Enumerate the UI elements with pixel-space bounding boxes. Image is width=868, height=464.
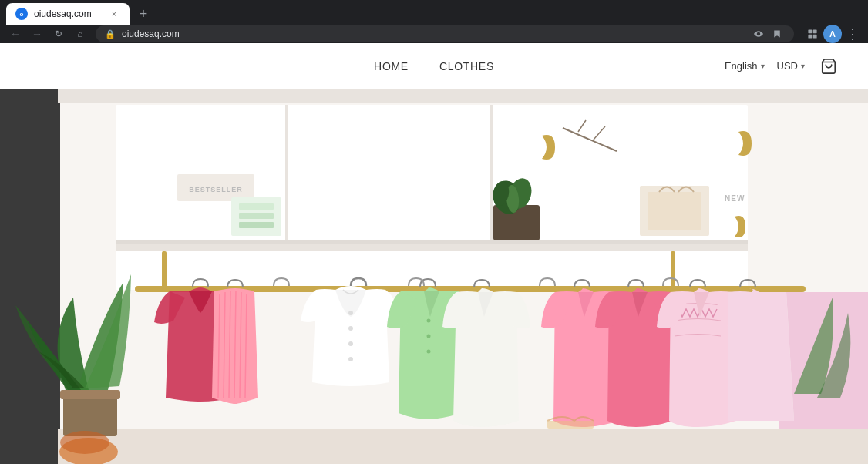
svg-rect-1 [813,29,817,33]
svg-point-53 [60,431,109,454]
new-tab-button[interactable]: + [133,3,154,25]
svg-rect-0 [808,29,812,33]
bookmark-icon[interactable] [769,26,785,42]
language-label: English [725,60,758,72]
svg-rect-17 [239,213,274,219]
svg-text:NEW: NEW [725,194,745,203]
currency-selector[interactable]: USD ▾ [777,60,805,72]
svg-rect-3 [813,35,817,39]
svg-rect-30 [116,244,748,251]
back-button[interactable]: ← [6,25,25,43]
svg-rect-7 [0,89,60,464]
reload-button[interactable]: ↻ [49,25,68,43]
svg-rect-33 [162,251,167,290]
currency-chevron-icon: ▾ [801,62,805,70]
extensions-button[interactable] [803,25,822,43]
eye-icon[interactable] [751,26,766,42]
language-chevron-icon: ▾ [761,62,765,70]
svg-point-47 [427,350,431,354]
svg-text:BESTSELLER: BESTSELLER [189,186,243,193]
svg-rect-2 [808,35,812,39]
tab-favicon: o [15,8,28,20]
nav-clothes-link[interactable]: CLOTHES [439,60,494,72]
svg-rect-16 [239,203,274,210]
store-illustration: BESTSELLER [0,89,868,464]
svg-rect-8 [58,89,868,103]
forward-button[interactable]: → [28,25,46,43]
active-tab[interactable]: o oiudesaq.com × [6,3,130,25]
currency-label: USD [777,60,798,72]
svg-point-37 [348,341,353,346]
nav-home-link[interactable]: HOME [374,60,409,72]
svg-rect-18 [239,222,274,228]
svg-rect-28 [648,192,701,230]
language-selector[interactable]: English ▾ [725,60,765,72]
navbar: HOME CLOTHES English ▾ USD ▾ [0,43,868,89]
store-scene: BESTSELLER [0,89,868,464]
address-bar-icons [751,26,785,42]
svg-rect-48 [58,429,868,464]
lock-icon: 🔒 [105,29,116,39]
svg-point-36 [348,326,353,331]
svg-rect-34 [671,251,675,290]
address-bar[interactable]: 🔒 oiudesaq.com [96,25,794,42]
browser-chrome: o oiudesaq.com × + ← → ↻ ⌂ 🔒 oiudesaq.co… [0,0,868,43]
website: HOME CLOTHES English ▾ USD ▾ [0,43,868,464]
browser-toolbar: ← → ↻ ⌂ 🔒 oiudesaq.com A ⋮ [0,25,868,43]
cart-button[interactable] [820,58,837,75]
svg-rect-10 [285,105,288,244]
tab-close-button[interactable]: × [108,8,120,20]
tab-title: oiudesaq.com [34,8,102,19]
svg-rect-11 [490,105,493,244]
svg-rect-31 [116,251,748,290]
svg-point-38 [348,357,353,361]
svg-point-46 [427,335,431,338]
tabs-bar: o oiudesaq.com × + [0,0,868,25]
address-text: oiudesaq.com [122,29,745,39]
svg-rect-49 [63,394,117,436]
nav-right: English ▾ USD ▾ [494,58,837,75]
hero-section: BESTSELLER [0,89,868,464]
toolbar-right: A ⋮ [803,25,862,43]
svg-rect-50 [60,390,120,399]
svg-point-45 [427,319,431,323]
svg-rect-51 [547,421,594,429]
profile-button[interactable]: A [823,25,842,43]
svg-point-35 [348,311,353,315]
home-button[interactable]: ⌂ [71,25,89,43]
nav-center: HOME CLOTHES [374,60,494,72]
menu-button[interactable]: ⋮ [843,25,862,43]
